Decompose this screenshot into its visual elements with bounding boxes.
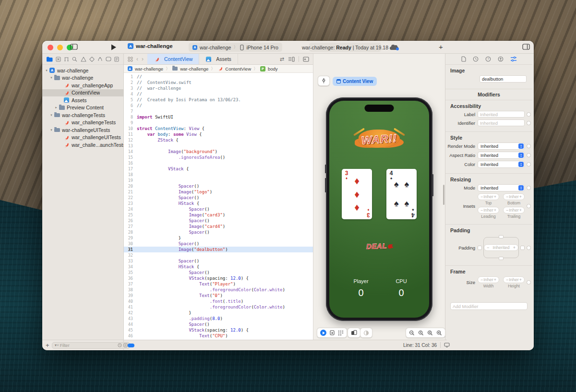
preview-scrollbar[interactable] — [443, 185, 444, 205]
line-number[interactable]: 39 — [124, 293, 137, 298]
line-number[interactable]: 25 — [124, 212, 137, 218]
add-file-button[interactable]: + — [46, 342, 49, 349]
padding-top-handle[interactable] — [499, 235, 504, 238]
modifier-toggle-circle[interactable] — [527, 280, 531, 285]
code-line[interactable]: 11 var body: some View { — [124, 131, 313, 137]
code-line[interactable]: 34 HStack { — [124, 264, 313, 270]
code-text[interactable]: import SwiftUI — [137, 114, 173, 120]
code-text[interactable]: // war-challenge — [137, 85, 181, 91]
modifier-toggle-circle[interactable] — [527, 112, 531, 117]
issue-navigator-icon[interactable] — [81, 57, 86, 62]
file-inspector-icon[interactable] — [461, 56, 466, 62]
file-war-challenge[interactable]: ▾ A war-challenge — [42, 67, 123, 74]
selectable-preview-icon[interactable] — [330, 330, 335, 335]
code-text[interactable]: .ignoresSafeArea() — [137, 154, 225, 160]
code-line[interactable]: 4 // — [124, 91, 313, 97]
add-editor-icon[interactable] — [303, 57, 309, 62]
code-line[interactable]: 38 .foregroundColor(Color.white) — [124, 287, 313, 293]
code-line[interactable]: 25 Image("card3") — [124, 212, 313, 218]
code-text[interactable]: Spacer() — [137, 206, 210, 212]
code-text[interactable]: VStack { — [137, 166, 189, 172]
code-line[interactable]: 2 // ContentView.swift — [124, 80, 313, 85]
line-number[interactable]: 11 — [124, 131, 137, 137]
activity-status[interactable]: war-challenge: Ready | Today at 19.18 — [309, 43, 381, 52]
history-inspector-icon[interactable] — [473, 56, 479, 62]
code-text[interactable]: var body: some View { — [137, 131, 202, 137]
line-number[interactable]: 37 — [124, 281, 137, 287]
code-line[interactable]: 24 Spacer() — [124, 206, 313, 212]
modifier-toggle-circle[interactable] — [527, 144, 531, 148]
resizing-mode-dropdown[interactable]: Inherited▲▼ — [478, 184, 525, 191]
content-view-chip[interactable]: Content View — [333, 77, 377, 86]
file-war-challengeUITests[interactable]: ▾ war-challengeUITests — [42, 126, 123, 134]
code-text[interactable]: Image("background") — [137, 149, 217, 154]
breadcrumb-item[interactable]: body — [268, 66, 278, 71]
code-text[interactable]: Text("0") — [137, 293, 223, 298]
render-mode-dropdown[interactable]: Inherited▲▼ — [478, 143, 525, 150]
zoom-fit-icon[interactable] — [427, 330, 433, 336]
code-text[interactable]: // ContentView.swift — [137, 80, 192, 85]
line-number[interactable]: 23 — [124, 201, 137, 206]
file-ContentView[interactable]: ContentView — [42, 89, 123, 97]
file-war-challenge[interactable]: ▾ war-challenge — [42, 74, 123, 82]
code-line[interactable]: 40 .font(.title) — [124, 298, 313, 304]
source-control-status-icon[interactable] — [123, 343, 128, 347]
go-forward-icon[interactable]: › — [142, 56, 144, 62]
line-number[interactable]: 14 — [124, 149, 137, 154]
code-text[interactable]: } — [137, 310, 192, 316]
padding-stepper[interactable]: −Inherited+ — [484, 244, 518, 251]
code-text[interactable]: Spacer() — [137, 218, 210, 224]
line-number[interactable]: 15 — [124, 154, 137, 160]
code-line[interactable]: 12 ZStack { — [124, 137, 313, 143]
line-number[interactable]: 40 — [124, 298, 137, 304]
code-text[interactable]: // — [137, 103, 142, 108]
code-line[interactable]: 13 — [124, 143, 313, 149]
modifier-toggle-circle[interactable] — [527, 246, 531, 250]
line-number[interactable]: 38 — [124, 287, 137, 293]
code-text[interactable]: Spacer() — [137, 258, 199, 264]
code-line[interactable]: 8 import SwiftUI — [124, 114, 313, 120]
add-modifier-field[interactable] — [450, 302, 528, 310]
code-text[interactable]: Image("dealbutton") — [137, 247, 228, 252]
line-number[interactable]: 13 — [124, 143, 137, 149]
line-number[interactable]: 36 — [124, 275, 137, 281]
color-scheme-icon[interactable] — [363, 330, 369, 336]
line-number[interactable]: 24 — [124, 206, 137, 212]
code-line[interactable]: 16 — [124, 160, 313, 166]
modifier-toggle-circle[interactable] — [527, 153, 531, 157]
disclosure-triangle-icon[interactable]: ▾ — [44, 69, 49, 72]
line-number[interactable]: 35 — [124, 270, 137, 275]
modifier-toggle-circle[interactable] — [527, 204, 531, 208]
line-number[interactable]: 28 — [124, 229, 137, 235]
line-number[interactable]: 33 — [124, 258, 137, 264]
code-text[interactable]: VStack(spacing: 12.0) { — [137, 327, 249, 333]
code-line[interactable]: 41 .foregroundColor(Color.white) — [124, 304, 313, 310]
source-control-icon[interactable] — [56, 57, 61, 62]
aspect-ratio-dropdown[interactable]: Inherited▲▼ — [478, 152, 525, 159]
run-button[interactable] — [111, 44, 117, 50]
inspector-toggle-icon[interactable] — [522, 44, 530, 50]
code-text[interactable]: HStack { — [137, 201, 199, 206]
line-number[interactable]: 26 — [124, 218, 137, 224]
breadcrumb-item[interactable]: war-challenge — [135, 66, 163, 71]
line-number[interactable]: 43 — [124, 316, 137, 321]
line-number[interactable]: 3 — [124, 85, 137, 91]
line-number[interactable]: 5 — [124, 97, 137, 103]
code-line[interactable]: 19 — [124, 178, 313, 183]
padding-trailing-checkbox[interactable] — [520, 246, 525, 250]
code-text[interactable]: Image("card3") — [137, 212, 225, 218]
code-text[interactable]: Spacer() — [137, 229, 210, 235]
line-number[interactable]: 44 — [124, 321, 137, 327]
jump-bar[interactable]: A war-challenge 〉 war-challenge 〉 Conten… — [124, 65, 313, 73]
code-line[interactable]: 1 // — [124, 74, 313, 80]
code-line[interactable]: 21 Image("logo") — [124, 189, 313, 195]
symbol-navigator-icon[interactable] — [64, 57, 69, 62]
modifier-toggle-circle[interactable] — [527, 121, 531, 125]
frame-height-stepper[interactable]: −Inher+ — [503, 276, 525, 283]
code-line[interactable]: 30 Spacer() — [124, 241, 313, 247]
related-items-icon[interactable] — [128, 57, 133, 62]
file-war_challengeUITests[interactable]: war_challengeUITests — [42, 134, 123, 142]
line-number[interactable]: 21 — [124, 189, 137, 195]
line-number[interactable]: 18 — [124, 172, 137, 178]
app-screen[interactable]: WAR!! 3♦ ♦♦♦ 3♦ 4♠ ♠♠♠♠ 4♠ — [329, 101, 429, 318]
